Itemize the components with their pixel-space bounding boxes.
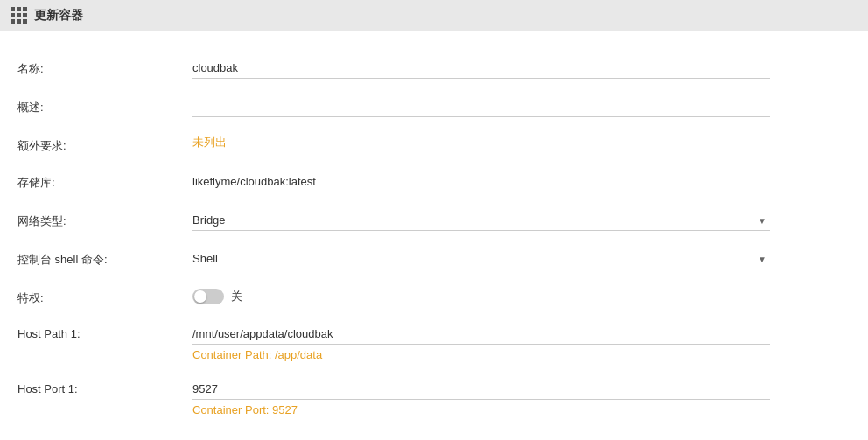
description-label: 概述:	[18, 96, 192, 115]
extra-row: 额外要求: 未列出	[0, 126, 868, 163]
hostport-label: Host Port 1:	[18, 379, 192, 395]
description-input[interactable]	[192, 96, 770, 117]
hostpath-input[interactable]	[192, 324, 770, 345]
hostpath-value: Container Path: /app/data	[192, 324, 770, 361]
extra-label: 额外要求:	[18, 135, 192, 154]
toggle-wrapper: 关	[192, 287, 770, 304]
hostport-value: Container Port: 9527	[192, 379, 770, 416]
toggle-knob	[194, 290, 206, 303]
network-select-wrapper: Bridge Host None ▼	[192, 210, 770, 231]
name-value	[192, 58, 770, 79]
hostpath-label: Host Path 1:	[18, 324, 192, 340]
container-path-text: Container Path: /app/data	[192, 348, 770, 361]
form-content: 名称: 概述: 额外要求: 未列出 存储库: 网络类型: Bridge	[0, 31, 868, 440]
name-row: 名称:	[0, 49, 868, 87]
container-port-text: Container Port: 9527	[192, 403, 770, 416]
description-value	[192, 96, 770, 117]
repository-value	[192, 171, 770, 192]
hostport-input[interactable]	[192, 379, 770, 400]
name-input[interactable]	[192, 58, 770, 79]
name-label: 名称:	[18, 58, 192, 77]
privileged-label: 特权:	[18, 287, 192, 306]
shell-select[interactable]: Shell bash sh	[192, 248, 770, 269]
repository-label: 存储库:	[18, 171, 192, 191]
privileged-row: 特权: 关	[0, 278, 868, 315]
privileged-value: 关	[192, 287, 770, 304]
description-row: 概述:	[0, 87, 868, 126]
network-label: 网络类型:	[18, 210, 192, 229]
repository-input[interactable]	[192, 171, 770, 192]
privileged-toggle[interactable]	[192, 289, 224, 304]
shell-label: 控制台 shell 命令:	[18, 248, 192, 268]
hostpath-row: Host Path 1: Container Path: /app/data	[0, 315, 868, 370]
grid-icon	[10, 7, 27, 24]
extra-link[interactable]: 未列出	[192, 136, 227, 149]
repository-row: 存储库:	[0, 163, 868, 201]
page-title: 更新容器	[34, 8, 83, 24]
extra-value: 未列出	[192, 135, 770, 150]
network-value: Bridge Host None ▼	[192, 210, 770, 231]
shell-value: Shell bash sh ▼	[192, 248, 770, 269]
network-select[interactable]: Bridge Host None	[192, 210, 770, 231]
page-header: 更新容器	[0, 0, 868, 31]
privileged-toggle-label: 关	[231, 289, 242, 304]
network-row: 网络类型: Bridge Host None ▼	[0, 201, 868, 240]
shell-select-wrapper: Shell bash sh ▼	[192, 248, 770, 269]
hostport-row: Host Port 1: Container Port: 9527	[0, 370, 868, 425]
shell-row: 控制台 shell 命令: Shell bash sh ▼	[0, 240, 868, 278]
